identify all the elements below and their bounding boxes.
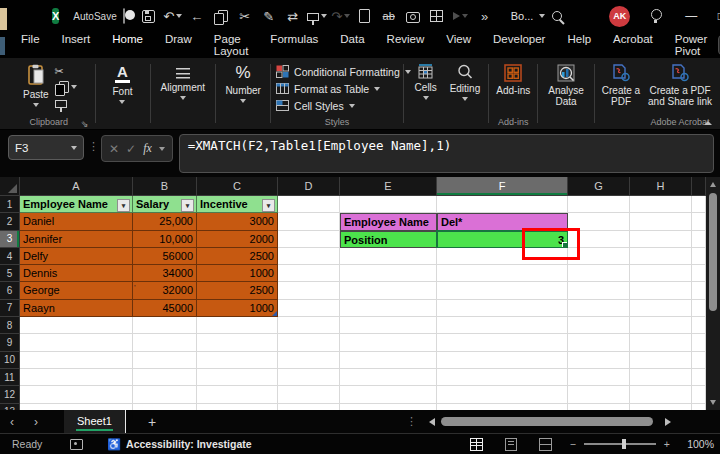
sheet-tab[interactable]: Sheet1	[64, 410, 126, 433]
cell-F10[interactable]	[437, 352, 568, 369]
zoom-in-button[interactable]: +	[664, 438, 670, 450]
tab-help[interactable]: Help	[556, 29, 602, 62]
search-icon[interactable]	[547, 6, 567, 26]
horizontal-scroll-thumb[interactable]	[441, 417, 653, 426]
cell-F9[interactable]	[437, 334, 568, 351]
column-header-C[interactable]: C	[197, 177, 278, 196]
formula-input[interactable]: =XMATCH(F2,Table1[Employee Name],1)	[179, 134, 714, 173]
excel-logo[interactable]: X	[52, 8, 59, 24]
cell-E8[interactable]	[340, 317, 437, 334]
cell-G6[interactable]	[568, 282, 630, 299]
autosave-toggle[interactable]	[123, 8, 125, 24]
page-layout-view-icon[interactable]	[505, 438, 517, 451]
strikethrough-icon[interactable]: ab	[379, 6, 399, 26]
row-header-7[interactable]: 7	[0, 300, 20, 317]
cell-H1[interactable]	[630, 196, 692, 213]
horizontal-scrollbar[interactable]	[441, 417, 659, 426]
tab-acrobat[interactable]: Acrobat	[602, 29, 664, 62]
cell-D12[interactable]	[278, 386, 340, 403]
cell-A5[interactable]: Dennis	[20, 265, 133, 282]
cell-E7[interactable]	[340, 300, 437, 317]
cell-H6[interactable]	[630, 282, 692, 299]
cell-F1[interactable]	[437, 196, 568, 213]
cell-partial-1[interactable]	[692, 196, 706, 213]
cell-partial-8[interactable]	[692, 317, 706, 334]
cell-C7[interactable]: 1000	[197, 300, 278, 317]
dialog-launcher-icon[interactable]: ⇘	[81, 119, 89, 129]
filter-button[interactable]: ▾	[262, 199, 275, 212]
cell-D10[interactable]	[278, 352, 340, 369]
tab-developer[interactable]: Developer	[482, 29, 556, 62]
cell-C4[interactable]: 2500	[197, 248, 278, 265]
cell-A11[interactable]	[20, 369, 133, 386]
cell-E10[interactable]	[340, 352, 437, 369]
cell-partial-2[interactable]	[692, 213, 706, 230]
editing-button[interactable]: Editing	[446, 62, 485, 103]
cell-C12[interactable]	[197, 386, 278, 403]
table-resize-handle[interactable]	[272, 311, 277, 316]
row-header-1[interactable]: 1	[0, 196, 20, 213]
cell-E2[interactable]: Employee Name	[340, 213, 437, 230]
select-all-corner[interactable]	[0, 177, 20, 196]
scrollbar-resize-handle[interactable]: ⋮	[406, 415, 417, 428]
cell-B6[interactable]: 32000'	[133, 282, 197, 299]
cell-C5[interactable]: 1000	[197, 265, 278, 282]
name-box[interactable]: F3	[8, 135, 84, 160]
cell-partial-7[interactable]	[692, 300, 706, 317]
cell-H4[interactable]	[630, 248, 692, 265]
cell-H3[interactable]	[630, 231, 692, 248]
tab-formulas[interactable]: Formulas	[259, 29, 329, 62]
cell-A12[interactable]	[20, 386, 133, 403]
cell-B5[interactable]: 34000	[133, 265, 197, 282]
insert-function-icon[interactable]: fx	[143, 141, 152, 156]
tab-file[interactable]: File	[10, 29, 51, 62]
cell-B9[interactable]	[133, 334, 197, 351]
cell-G11[interactable]	[568, 369, 630, 386]
format-as-table-button[interactable]: Format as Table	[276, 82, 411, 95]
row-header-9[interactable]: 9	[0, 334, 20, 351]
cell-D11[interactable]	[278, 369, 340, 386]
cell-E6[interactable]	[340, 282, 437, 299]
cell-A6[interactable]: George	[20, 282, 133, 299]
tab-draw[interactable]: Draw	[154, 29, 203, 62]
cell-B7[interactable]: 45000	[133, 300, 197, 317]
zoom-out-button[interactable]: −	[570, 438, 576, 450]
cell-F12[interactable]	[437, 386, 568, 403]
cut-button[interactable]: ✂	[55, 65, 77, 77]
cell-F11[interactable]	[437, 369, 568, 386]
column-header-F[interactable]: F	[437, 177, 568, 196]
cell-A4[interactable]: Delfy	[20, 248, 133, 265]
row-header-11[interactable]: 11	[0, 369, 20, 386]
cell-F5[interactable]	[437, 265, 568, 282]
analyse-data-button[interactable]: Analyse Data	[539, 62, 593, 109]
row-header-3[interactable]: 3	[0, 231, 20, 248]
cell-B1[interactable]: Salary▾	[133, 196, 197, 213]
cell-partial-10[interactable]	[692, 352, 706, 369]
cell-A7[interactable]: Raayn	[20, 300, 133, 317]
cell-G8[interactable]	[568, 317, 630, 334]
macro-record-icon[interactable]	[70, 439, 83, 450]
cell-partial-4[interactable]	[692, 248, 706, 265]
tab-view[interactable]: View	[435, 29, 482, 62]
new-file-icon[interactable]	[355, 6, 375, 26]
redo-icon[interactable]: ↷	[331, 6, 351, 26]
cell-E5[interactable]	[340, 265, 437, 282]
tab-power-pivot[interactable]: Power Pivot	[664, 29, 719, 62]
scroll-down-icon[interactable]	[710, 400, 716, 405]
row-header-10[interactable]: 10	[0, 352, 20, 369]
cell-D7[interactable]	[278, 300, 340, 317]
tab-page-layout[interactable]: Page Layout	[203, 29, 260, 62]
cell-D9[interactable]	[278, 334, 340, 351]
cell-partial-5[interactable]	[692, 265, 706, 282]
scroll-right-icon[interactable]	[665, 418, 671, 426]
cell-D2[interactable]	[278, 213, 340, 230]
vertical-scroll-thumb[interactable]	[709, 193, 717, 311]
format-painter-button[interactable]	[55, 97, 77, 109]
cell-F6[interactable]	[437, 282, 568, 299]
cell-B8[interactable]	[133, 317, 197, 334]
cell-styles-button[interactable]: Cell Styles	[276, 99, 411, 112]
cell-C8[interactable]	[197, 317, 278, 334]
table-pen-icon[interactable]	[427, 6, 447, 26]
cell-C1[interactable]: Incentive▾	[197, 196, 278, 213]
column-header-H[interactable]: H	[630, 177, 692, 196]
